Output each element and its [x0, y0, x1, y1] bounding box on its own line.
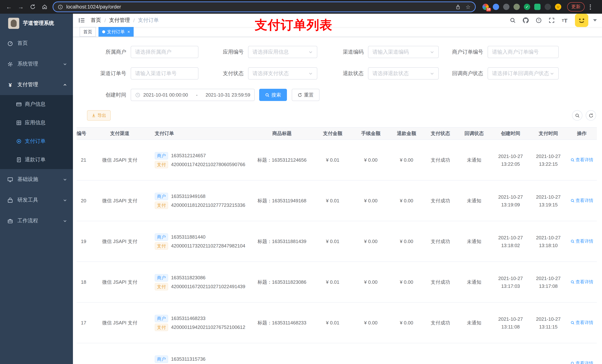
sidebar-item-infra[interactable]: 基础设施 [0, 169, 73, 190]
github-icon[interactable] [521, 16, 531, 25]
chevron-up-icon [63, 83, 67, 87]
user-avatar[interactable] [575, 14, 588, 27]
product-title: 标题：1635311468233 [251, 302, 313, 343]
sidebar-item-pay-order[interactable]: 支付订单 [0, 132, 73, 151]
extension-green-square-icon[interactable] [534, 4, 540, 10]
extension-olive-icon[interactable] [514, 4, 520, 10]
avatar-caret-icon[interactable] [593, 19, 597, 21]
product-title: 标题：1635311881439 [251, 221, 313, 262]
view-detail-link[interactable]: 查看详情 [570, 320, 593, 326]
notify-status-select[interactable]: 请选择订单回调商户状态 [488, 67, 559, 80]
help-icon[interactable]: ? [534, 16, 544, 25]
view-detail-link[interactable]: 查看详情 [570, 198, 593, 204]
reload-icon[interactable] [27, 2, 38, 12]
pay-status [424, 343, 457, 364]
tab-pay-order[interactable]: 支付订单 × [98, 27, 134, 37]
col-fee: 手续金额 [353, 127, 389, 140]
font-size-icon[interactable]: TT [560, 16, 570, 25]
refresh-table-icon[interactable] [586, 110, 596, 121]
pay-time: 2021-10-27 13:18:10 [530, 221, 567, 262]
create-time-label: 创建时间 [80, 92, 131, 98]
pay-channel: 微信 JSAPI 支付 [89, 180, 150, 221]
merchant-order-no: 1635311823086 [171, 275, 205, 281]
tab-close-icon[interactable]: × [127, 30, 130, 34]
pay-order-no: 4200001181202110277723215336 [171, 202, 245, 208]
extension-badge: 10 [486, 8, 491, 11]
sidebar-item-refund-order[interactable]: 退款订单 [0, 151, 73, 169]
logo-avatar [8, 18, 19, 29]
sidebar-item-app-info[interactable]: 应用信息 [0, 114, 73, 132]
sidebar-item-home[interactable]: 首页 [0, 33, 73, 54]
col-refund: 退款金额 [389, 127, 424, 140]
forward-icon[interactable]: → [16, 2, 26, 12]
sidebar-item-merchant-info[interactable]: 商户信息 [0, 95, 73, 114]
merchant-order-no: 1635311315736 [171, 356, 205, 362]
page-content: 所属商户 请选择所属商户 应用编号 请选择应用信息 渠道编码 请输入渠道编码 商… [73, 37, 602, 364]
share-icon[interactable] [455, 4, 460, 10]
pay-amount: ¥ 0.01 [313, 302, 353, 343]
extension-emoji-icon[interactable] [555, 4, 561, 10]
search-icon[interactable] [508, 16, 517, 25]
hide-search-icon[interactable] [572, 110, 582, 121]
target-icon [16, 139, 22, 144]
sidebar-toggle-icon[interactable] [73, 14, 91, 27]
fullscreen-icon[interactable] [547, 16, 557, 25]
channel-order-no-input[interactable]: 请输入渠道订单号 [131, 67, 198, 80]
fee-amount [353, 343, 389, 364]
search-button[interactable]: 搜索 [259, 89, 287, 101]
pay-channel [89, 343, 150, 364]
app-no-select[interactable]: 请选择应用信息 [248, 46, 317, 58]
pay-status-select[interactable]: 请选择支付状态 [248, 67, 317, 80]
page: ← → localhost:1024/pay/order ☆ 10 [0, 0, 602, 364]
merchant-tag: 商户 [155, 193, 168, 200]
notify-status: 未通知 [457, 221, 491, 262]
orders-table: 编号 支付渠道 支付订单 商品标题 支付金额 手续金额 退款金额 支付状态 回调… [77, 127, 596, 364]
sidebar-item-pay[interactable]: ¥ 支付管理 [0, 74, 73, 95]
view-detail-link[interactable]: 查看详情 [570, 360, 593, 364]
export-button[interactable]: 导出 [87, 110, 111, 121]
merchant-order-no: 1635311468233 [171, 316, 205, 321]
reset-button[interactable]: 重置 [292, 89, 320, 101]
extension-dark-icon[interactable] [545, 4, 551, 10]
search-icon [265, 93, 269, 97]
fee-amount: ¥ 0.00 [353, 302, 389, 343]
site-info-icon[interactable] [58, 4, 63, 10]
breadcrumb-section[interactable]: 支付管理 [109, 17, 130, 24]
refund-amount: ¥ 0.00 [389, 302, 424, 343]
home-icon[interactable] [39, 2, 50, 12]
sidebar-item-dev-tools[interactable]: 研发工具 [0, 190, 73, 210]
view-detail-link[interactable]: 查看详情 [570, 157, 593, 163]
merchant-order-no-input[interactable]: 请输入商户订单编号 [488, 46, 559, 58]
product-title: 标题：1635311949168 [251, 180, 313, 221]
view-detail-link[interactable]: 查看详情 [570, 279, 593, 285]
tab-home[interactable]: 首页 [80, 27, 96, 37]
channel-code-select[interactable]: 请输入渠道编码 [368, 46, 439, 58]
merchant-input[interactable]: 请选择所属商户 [131, 46, 198, 58]
bookmark-star-icon[interactable]: ☆ [466, 3, 471, 10]
sidebar-item-workflow[interactable]: 工作流程 [0, 210, 73, 231]
date-start[interactable]: 2021-10-01 00:00:00 [143, 92, 188, 98]
chevron-down-icon [430, 50, 434, 54]
chrome-update-button[interactable]: 更新 [567, 2, 585, 11]
back-icon[interactable]: ← [4, 2, 14, 12]
extension-green-check-icon[interactable]: ✓ [524, 4, 530, 10]
address-bar[interactable]: localhost:1024/pay/order ☆ [53, 1, 476, 12]
url-text[interactable]: localhost:1024/pay/order [66, 4, 121, 10]
sidebar-item-system[interactable]: 系统管理 [0, 54, 73, 74]
product-title: 标题：1635311823086 [251, 262, 313, 302]
extension-gray-icon[interactable] [503, 4, 509, 10]
extension-colorful-icon[interactable]: 10 [483, 4, 489, 10]
create-time-range-picker[interactable]: 2021-10-01 00:00:00 - 2021-10-31 23:59:5… [131, 89, 255, 101]
toolbox-icon [7, 197, 13, 203]
refund-status-select[interactable]: 请选择退款状态 [368, 67, 439, 80]
breadcrumb-home[interactable]: 首页 [91, 17, 101, 24]
sidebar-logo[interactable]: 芋道管理系统 [0, 14, 73, 33]
sidebar-item-label: 系统管理 [17, 61, 38, 67]
view-detail-link[interactable]: 查看详情 [570, 238, 593, 245]
date-end[interactable]: 2021-10-31 23:59:59 [206, 92, 250, 98]
browser-menu-icon[interactable] [590, 4, 591, 10]
clock-icon [135, 92, 140, 97]
emoji-face-icon [577, 16, 586, 25]
order-id [77, 343, 89, 364]
extension-blue-icon[interactable] [493, 4, 499, 10]
